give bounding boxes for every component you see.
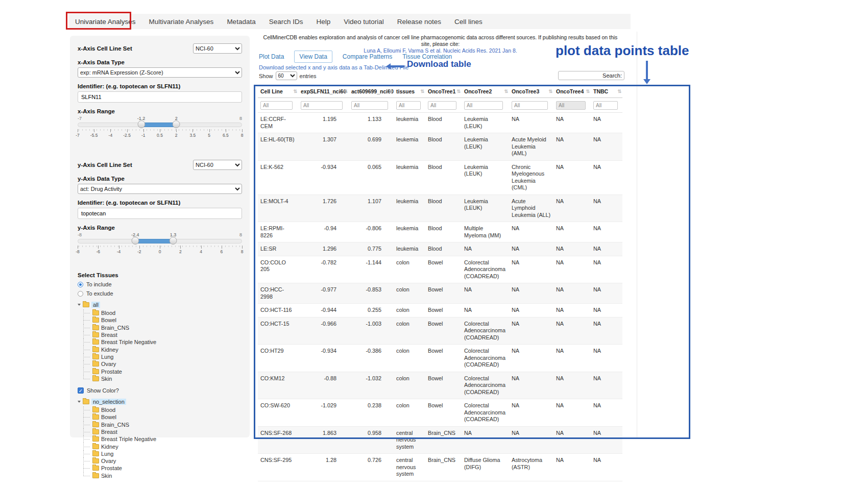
- filter-input-oncotree2[interactable]: [464, 101, 503, 110]
- tree-item-breast[interactable]: Breast: [83, 331, 242, 338]
- table-row[interactable]: CO:HCC-2998-0.977-0.853colonBowelNANANAN…: [258, 283, 622, 304]
- show-color-checkbox[interactable]: ✓: [78, 387, 84, 394]
- sort-icon[interactable]: ⇅: [504, 89, 508, 94]
- tree-item-bowel[interactable]: Bowel: [83, 316, 242, 324]
- sort-icon[interactable]: ⇅: [293, 89, 297, 94]
- filter-input-tissues[interactable]: [396, 101, 421, 110]
- table-row[interactable]: CO:COLO 205-0.782-1.144colonBowelColorec…: [258, 256, 622, 283]
- y-identifier-input[interactable]: [78, 208, 242, 219]
- table-row[interactable]: CO:HCT-116-0.9440.255colonBowelNANANANA: [258, 304, 622, 318]
- tree-item-breast[interactable]: Breast: [83, 428, 242, 435]
- nav-item-multivariate-analyses[interactable]: Multivariate Analyses: [149, 18, 214, 26]
- search-input[interactable]: Search:: [558, 71, 624, 80]
- sort-icon[interactable]: ⇅: [389, 89, 393, 94]
- table-cell: central nervous system: [394, 426, 425, 454]
- nav-item-video-tutorial[interactable]: Video tutorial: [344, 18, 384, 26]
- tree-item-skin[interactable]: Skin: [83, 472, 242, 479]
- column-header-tnbc[interactable]: TNBC⇅: [591, 85, 622, 98]
- nav-item-release-notes[interactable]: Release notes: [397, 18, 441, 26]
- x-cell-line-set-select[interactable]: NCI-60: [193, 43, 242, 54]
- tree-item-ovary[interactable]: Ovary: [83, 360, 242, 368]
- tree-item-kidney[interactable]: Kidney: [83, 443, 242, 450]
- filter-input-act609699-nci60[interactable]: [351, 101, 388, 110]
- x-data-type-select[interactable]: exp: mRNA Expression (Z-Score): [78, 67, 242, 78]
- nav-item-metadata[interactable]: Metadata: [227, 18, 255, 26]
- tree-expand-icon[interactable]: [78, 401, 81, 403]
- filter-input-oncotree1[interactable]: [428, 101, 456, 110]
- table-row[interactable]: CO:SW-620-1.0290.238colonBowelColorectal…: [258, 399, 622, 427]
- tree-root-all[interactable]: all: [78, 301, 242, 309]
- column-header-cell-line[interactable]: Cell Line⇅: [258, 85, 298, 98]
- download-tab-delimited-link[interactable]: Download selected x and y axis data as a…: [259, 64, 408, 70]
- tree-item-breast-triple-negative[interactable]: Breast Triple Negative: [83, 435, 242, 443]
- sort-icon[interactable]: ⇅: [420, 89, 424, 94]
- tree-item-kidney[interactable]: Kidney: [83, 346, 242, 353]
- sort-icon[interactable]: ⇅: [586, 89, 590, 94]
- nav-item-cell-lines[interactable]: Cell lines: [454, 18, 483, 26]
- tree-expand-icon[interactable]: [78, 304, 81, 306]
- column-header-expslfn11-nci60[interactable]: expSLFN11_nci60⇅: [298, 85, 349, 98]
- tree-item-ovary[interactable]: Ovary: [83, 457, 242, 465]
- table-row[interactable]: LE:RPMI-8226-0.94-0.806leukemiaBloodMult…: [258, 222, 622, 242]
- tree-item-blood[interactable]: Blood: [83, 309, 242, 316]
- y-cell-line-set-select[interactable]: NCI-60: [193, 160, 242, 170]
- tree-item-bowel[interactable]: Bowel: [83, 413, 242, 421]
- tree-item-lung[interactable]: Lung: [83, 353, 242, 360]
- table-row[interactable]: LE:SR1.2960.775leukemiaBloodNANANANA: [258, 242, 622, 256]
- filter-input-expslfn11-nci60[interactable]: [301, 101, 343, 110]
- tab-plot-data[interactable]: Plot Data: [259, 53, 284, 60]
- sort-icon[interactable]: ⇅: [344, 89, 348, 94]
- tree-item-skin[interactable]: Skin: [83, 375, 242, 382]
- tree-item-prostate[interactable]: Prostate: [83, 368, 242, 375]
- sort-icon[interactable]: ⇅: [548, 89, 552, 94]
- nav-item-help[interactable]: Help: [316, 18, 330, 26]
- x-range-handle-high[interactable]: [173, 120, 180, 128]
- table-row[interactable]: LE:K-562-0.9340.065leukemiaBloodLeukemia…: [258, 160, 622, 194]
- sort-icon[interactable]: ⇅: [456, 89, 461, 94]
- x-identifier-input[interactable]: [78, 91, 242, 103]
- filter-input-cell-line[interactable]: [260, 101, 293, 110]
- y-range-slider[interactable]: -8 8 -2.4 1.3 -8-6-4-202468: [78, 232, 242, 259]
- column-header-oncotree4[interactable]: OncoTree4⇅: [553, 85, 591, 98]
- y-data-type-select[interactable]: act: Drug Activity: [78, 184, 242, 194]
- filter-input-oncotree4[interactable]: [556, 101, 586, 110]
- tree-item-breast-triple-negative[interactable]: Breast Triple Negative: [83, 338, 242, 346]
- tree-item-blood[interactable]: Blood: [83, 406, 242, 413]
- sort-icon[interactable]: ⇅: [617, 89, 621, 94]
- tree-item-brain-cns[interactable]: Brain_CNS: [83, 421, 242, 428]
- x-range-handle-low[interactable]: [137, 120, 145, 128]
- exclude-radio[interactable]: [78, 291, 83, 297]
- filter-input-tnbc[interactable]: [593, 101, 618, 110]
- y-range-handle-high[interactable]: [170, 237, 177, 245]
- table-row[interactable]: LE:CCRF-CEM1.1951.133leukemiaBloodLeukem…: [258, 113, 622, 133]
- column-header-tissues[interactable]: tissues⇅: [394, 85, 425, 98]
- y-range-handle-low[interactable]: [131, 237, 139, 245]
- column-header-oncotree2[interactable]: OncoTree2⇅: [462, 85, 509, 98]
- tab-tissue-correlation[interactable]: Tissue Correlation: [402, 53, 452, 60]
- tree-item-brain-cns[interactable]: Brain_CNS: [83, 324, 242, 331]
- tree-item-prostate[interactable]: Prostate: [83, 465, 242, 472]
- table-row[interactable]: CO:HCT-15-0.966-1.003colonBowelColorecta…: [258, 317, 622, 345]
- table-row[interactable]: LE:MOLT-41.7261.107leukemiaBloodLeukemia…: [258, 194, 622, 222]
- tab-view-data[interactable]: View Data: [294, 51, 332, 63]
- tree-item-lung[interactable]: Lung: [83, 450, 242, 457]
- table-row[interactable]: CO:KM12-0.88-1.032colonBowelColorectal A…: [258, 372, 622, 399]
- tree-root-no-selection[interactable]: no_selection: [78, 398, 242, 406]
- show-color-row[interactable]: ✓ Show Color?: [78, 387, 242, 394]
- x-range-slider[interactable]: -7 8 -1.2 2 -7-5.5-4-2.5-10.523.556.58: [78, 116, 242, 142]
- entries-select[interactable]: 60: [276, 71, 297, 80]
- column-header-oncotree1[interactable]: OncoTree1⇅: [425, 85, 462, 98]
- table-row[interactable]: LE:HL-60(TB)1.3070.699leukemiaBloodLeuke…: [258, 133, 622, 161]
- tab-compare-patterns[interactable]: Compare Patterns: [343, 53, 392, 60]
- tissue-exclude-radio-row[interactable]: To exclude: [78, 290, 242, 297]
- tissue-include-radio-row[interactable]: To include: [78, 281, 242, 287]
- include-radio[interactable]: [78, 282, 83, 287]
- filter-input-oncotree3[interactable]: [512, 101, 548, 110]
- nav-item-search-ids[interactable]: Search IDs: [269, 18, 303, 26]
- table-row[interactable]: CNS:SF-2681.8630.958central nervous syst…: [258, 426, 622, 454]
- column-header-oncotree3[interactable]: OncoTree3⇅: [509, 85, 553, 98]
- table-row[interactable]: CO:HT29-0.934-0.386colonBowelColorectal …: [258, 345, 622, 372]
- nav-item-univariate-analyses[interactable]: Univariate Analyses: [75, 18, 136, 26]
- column-header-act609699-nci60[interactable]: act609699_nci60⇅: [349, 85, 394, 98]
- table-row[interactable]: CNS:SF-2951.280.726central nervous syste…: [258, 454, 622, 481]
